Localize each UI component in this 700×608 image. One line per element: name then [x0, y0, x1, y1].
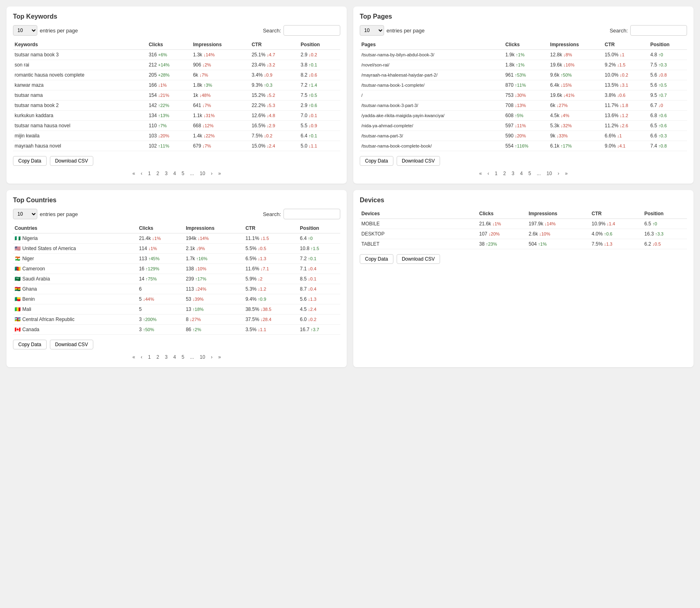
- pag-next[interactable]: ›: [209, 170, 215, 177]
- clicks-cell: 608 ↑5%: [504, 111, 549, 121]
- devices-col-impressions: Impressions: [527, 209, 590, 219]
- pages-copy-btn[interactable]: Copy Data: [360, 156, 393, 166]
- countries-entries-label: entries per page: [40, 211, 78, 217]
- ctr-cell: 11.2% ↓2.6: [603, 121, 649, 131]
- clicks-cell: 21.6k ↓1%: [478, 219, 527, 229]
- impressions-cell: 239 ↑17%: [184, 274, 244, 284]
- keyword-cell: kurkukun kaddara: [13, 111, 147, 121]
- position-cell: 6.8 ↑0.6: [648, 111, 687, 121]
- devices-copy-btn[interactable]: Copy Data: [360, 254, 393, 264]
- table-row: /yadda-ake-rikita-maigida-yayin-kwanciya…: [360, 111, 687, 121]
- keyword-cell: tsutsar nama book 2: [13, 101, 147, 111]
- impressions-cell: 1.3k ↓14%: [191, 50, 250, 60]
- keyword-cell: mijin kwaila: [13, 131, 147, 141]
- impressions-cell: 12.8k ↓8%: [549, 50, 603, 60]
- countries-copy-btn[interactable]: Copy Data: [13, 340, 47, 349]
- ctr-cell: 15.0% ↓2.4: [250, 141, 299, 151]
- keyword-cell: tsutsar nama: [13, 90, 147, 101]
- clicks-cell: 5 ↓44%: [137, 294, 184, 304]
- keywords-controls: 102550 entries per page Search:: [13, 25, 340, 36]
- table-row: 🇨🇫Central African Republic3 ↑200%8 ↓27%3…: [13, 315, 340, 325]
- clicks-cell: 154 ↓21%: [147, 90, 191, 101]
- impressions-cell: 13 ↑18%: [184, 304, 244, 315]
- pages-search-input[interactable]: [630, 25, 687, 36]
- countries-entries-select[interactable]: 102550: [13, 209, 37, 219]
- table-row: tsutsar nama154 ↓21%1k ↓48%15.2% ↓5.27.5…: [13, 90, 340, 101]
- ctr-cell: 9.0% ↓4.1: [603, 141, 649, 151]
- impressions-cell: 9k ↓33%: [549, 131, 603, 141]
- pag-3[interactable]: 3: [163, 170, 170, 177]
- ctr-cell: 11.1% ↓1.5: [244, 233, 298, 244]
- page-cell: /tsutsar-nama-part-3/: [360, 131, 504, 141]
- pages-col-page: Pages: [360, 40, 504, 50]
- ctr-cell: 5.3% ↓1.2: [244, 284, 298, 294]
- table-row: /tsutsar-nama-book-1-complete/870 ↑11%6.…: [360, 80, 687, 90]
- pag-4[interactable]: 4: [171, 170, 178, 177]
- countries-table: Countries Clicks Impressions CTR Positio…: [13, 223, 340, 335]
- keywords-entries-select[interactable]: 102550: [13, 25, 37, 36]
- pag-first[interactable]: «: [130, 170, 137, 177]
- keywords-copy-btn[interactable]: Copy Data: [13, 156, 47, 166]
- pages-download-btn[interactable]: Download CSV: [397, 156, 440, 166]
- countries-controls: 102550 entries per page Search:: [13, 209, 340, 219]
- ctr-cell: 16.5% ↓2.9: [250, 121, 299, 131]
- clicks-cell: 102 ↑11%: [147, 141, 191, 151]
- pag-last[interactable]: »: [216, 170, 223, 177]
- countries-col-impressions: Impressions: [184, 223, 244, 233]
- table-row: /nida-ya-ahmad-complete/597 ↓11%5.3k ↓32…: [360, 121, 687, 131]
- pag-ellipsis: ...: [188, 170, 196, 177]
- table-row: /tsutsar-nama-book-3-part-3/708 ↓13%6k ↓…: [360, 101, 687, 111]
- clicks-cell: 870 ↑11%: [504, 80, 549, 90]
- devices-col-device: Devices: [360, 209, 478, 219]
- ctr-cell: 15.0% ↓1: [603, 50, 649, 60]
- country-cell: 🇳🇬Nigeria: [13, 233, 137, 244]
- countries-download-btn[interactable]: Download CSV: [50, 340, 93, 349]
- impressions-cell: 2.1k ↓9%: [184, 244, 244, 254]
- keywords-col-ctr: CTR: [250, 40, 299, 50]
- pag-1[interactable]: 1: [146, 170, 153, 177]
- devices-download-btn[interactable]: Download CSV: [397, 254, 440, 264]
- impressions-cell: 19.6k ↓16%: [549, 60, 603, 70]
- impressions-cell: 138 ↓10%: [184, 264, 244, 274]
- keywords-download-btn[interactable]: Download CSV: [50, 156, 93, 166]
- ctr-cell: 11.7% ↓1.8: [603, 101, 649, 111]
- position-cell: 6.4 ↑0: [298, 233, 340, 244]
- impressions-cell: 1.1k ↓31%: [191, 111, 250, 121]
- pag-5[interactable]: 5: [180, 170, 187, 177]
- pag-prev[interactable]: ‹: [139, 170, 144, 177]
- ctr-cell: 23.4% ↓3.2: [250, 60, 299, 70]
- clicks-cell: 3 ↑50%: [137, 325, 184, 335]
- pag-10[interactable]: 10: [198, 170, 207, 177]
- pages-col-impressions: Impressions: [549, 40, 603, 50]
- keyword-cell: son rai: [13, 60, 147, 70]
- countries-search-control: Search:: [263, 209, 340, 219]
- impressions-cell: 641 ↓7%: [191, 101, 250, 111]
- ctr-cell: 25.1% ↓4.7: [250, 50, 299, 60]
- device-cell: MOBILE: [360, 219, 478, 229]
- country-cell: 🇲🇱Mali: [13, 304, 137, 315]
- top-countries-title: Top Countries: [13, 197, 340, 204]
- pages-col-clicks: Clicks: [504, 40, 549, 50]
- table-row: 🇳🇪Niger113 ↑45%1.7k ↑16%6.5% ↓1.37.2 ↑0.…: [13, 254, 340, 264]
- keywords-search-input[interactable]: [283, 25, 340, 36]
- impressions-cell: 668 ↓12%: [191, 121, 250, 131]
- table-row: /tsutsar-nama-book-complete-book/554 ↑11…: [360, 141, 687, 151]
- impressions-cell: 53 ↓39%: [184, 294, 244, 304]
- position-cell: 5.6 ↓0.8: [648, 70, 687, 80]
- ctr-cell: 9.3% ↑0.3: [250, 80, 299, 90]
- ctr-cell: 13.5% ↓3.1: [603, 80, 649, 90]
- ctr-cell: 6.6% ↓1: [603, 131, 649, 141]
- pages-search-control: Search:: [610, 25, 687, 36]
- impressions-cell: 1.7k ↑16%: [184, 254, 244, 264]
- pag-2[interactable]: 2: [155, 170, 161, 177]
- countries-search-input[interactable]: [283, 209, 340, 219]
- impressions-cell: 6.1k ↑17%: [549, 141, 603, 151]
- position-cell: 5.0 ↓1.1: [299, 141, 340, 151]
- devices-btn-row: Copy Data Download CSV: [360, 254, 687, 264]
- ctr-cell: 10.0% ↓0.2: [603, 70, 649, 80]
- position-cell: 8.7 ↓0.4: [298, 284, 340, 294]
- clicks-cell: 6: [137, 284, 184, 294]
- pages-entries-select[interactable]: 102550: [360, 25, 384, 36]
- position-cell: 7.0 ↓0.1: [299, 111, 340, 121]
- position-cell: 16.3 ↑3.3: [643, 229, 687, 239]
